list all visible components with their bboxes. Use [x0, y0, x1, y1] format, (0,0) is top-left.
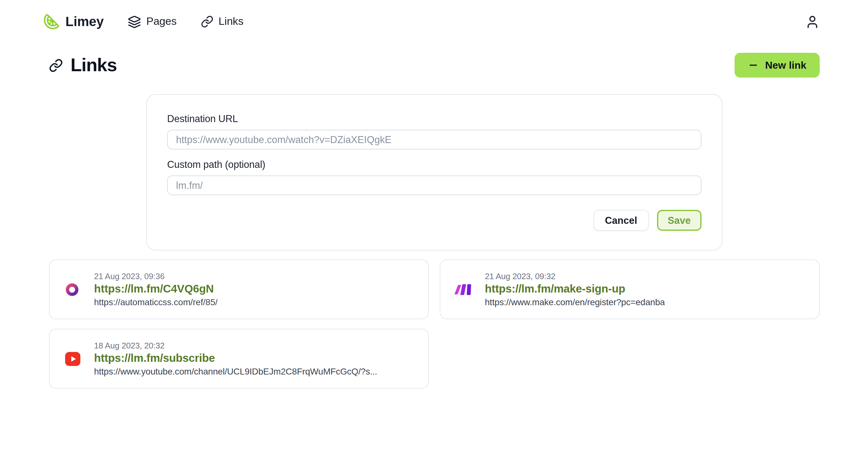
- lime-icon: [43, 13, 60, 30]
- make-bar: [454, 285, 461, 294]
- user-icon: [805, 14, 820, 29]
- main-nav: Pages Links: [128, 15, 243, 28]
- link-card[interactable]: 21 Aug 2023, 09:32 https://lm.fm/make-si…: [440, 259, 820, 319]
- page-title-text: Links: [70, 55, 117, 76]
- brand-name: Limey: [65, 14, 103, 29]
- destination-url-label: Destination URL: [167, 113, 702, 125]
- youtube-icon: [65, 351, 81, 367]
- link-icon: [49, 58, 63, 72]
- form-actions: Cancel Save: [167, 210, 702, 231]
- cancel-button[interactable]: Cancel: [593, 210, 649, 231]
- short-url-link[interactable]: https://lm.fm/subscribe: [94, 352, 377, 365]
- brand-home-link[interactable]: Limey: [43, 13, 103, 30]
- custom-path-label: Custom path (optional): [167, 159, 702, 170]
- page-header: Links New link: [49, 53, 820, 78]
- layers-icon: [128, 15, 141, 28]
- page-title: Links: [49, 55, 117, 76]
- app-window: Limey Pages: [0, 0, 868, 461]
- destination-url-text: https://www.make.com/en/register?pc=edan…: [485, 297, 665, 307]
- link-created: 21 Aug 2023, 09:32: [485, 271, 665, 281]
- destination-url-text: https://automaticcss.com/ref/85/: [94, 297, 218, 307]
- link-info: 18 Aug 2023, 20:32 https://lm.fm/subscri…: [94, 341, 377, 376]
- links-list: 21 Aug 2023, 09:36 https://lm.fm/C4VQ6gN…: [49, 259, 820, 388]
- make-bar: [466, 284, 470, 295]
- destination-field-group: Destination URL: [167, 113, 702, 149]
- link-card[interactable]: 18 Aug 2023, 20:32 https://lm.fm/subscri…: [49, 329, 429, 388]
- new-link-button[interactable]: New link: [735, 53, 820, 78]
- custom-path-input[interactable]: [167, 175, 702, 195]
- link-created: 21 Aug 2023, 09:36: [94, 271, 218, 281]
- account-button[interactable]: [805, 14, 820, 29]
- top-navigation: Limey Pages: [0, 0, 868, 30]
- nav-item-label: Pages: [146, 15, 176, 28]
- automaticcss-icon: [65, 281, 81, 297]
- nav-item-pages[interactable]: Pages: [128, 15, 176, 28]
- save-button[interactable]: Save: [657, 210, 702, 231]
- new-link-button-label: New link: [765, 59, 806, 71]
- link-icon: [201, 15, 214, 28]
- link-card[interactable]: 21 Aug 2023, 09:36 https://lm.fm/C4VQ6gN…: [49, 259, 429, 319]
- link-info: 21 Aug 2023, 09:36 https://lm.fm/C4VQ6gN…: [94, 271, 218, 307]
- minus-icon: [748, 60, 759, 70]
- main-content: Links New link Destination URL Custom pa…: [49, 53, 820, 388]
- make-bar: [460, 284, 466, 295]
- custom-path-field-group: Custom path (optional): [167, 159, 702, 195]
- link-info: 21 Aug 2023, 09:32 https://lm.fm/make-si…: [485, 271, 665, 307]
- link-created: 18 Aug 2023, 20:32: [94, 341, 377, 350]
- short-url-link[interactable]: https://lm.fm/make-sign-up: [485, 282, 665, 296]
- nav-item-label: Links: [219, 15, 243, 28]
- make-icon: [456, 281, 471, 297]
- new-link-form: Destination URL Custom path (optional) C…: [146, 94, 722, 251]
- destination-url-input[interactable]: [167, 130, 702, 149]
- destination-url-text: https://www.youtube.com/channel/UCL9IDbE…: [94, 366, 377, 376]
- nav-item-links[interactable]: Links: [201, 15, 243, 28]
- short-url-link[interactable]: https://lm.fm/C4VQ6gN: [94, 282, 218, 296]
